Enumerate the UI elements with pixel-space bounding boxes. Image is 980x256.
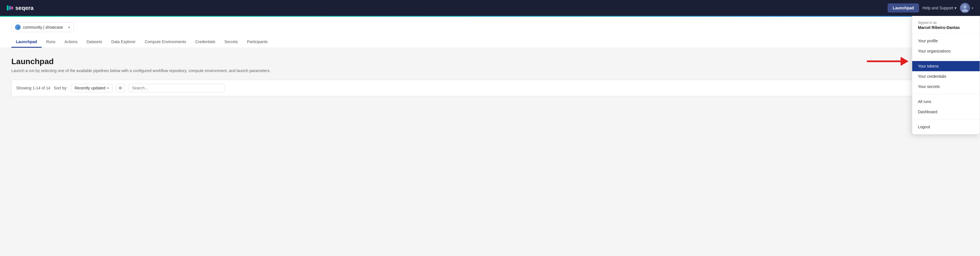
arrow-body (867, 61, 901, 62)
logo[interactable]: seqera (7, 5, 34, 11)
dropdown-item-your-profile[interactable]: Your profile (912, 36, 980, 46)
dropdown-section-logout: Logout (912, 120, 980, 134)
avatar-chevron: ▾ (972, 6, 973, 10)
filter-icon: ⚙ (119, 86, 122, 90)
your-tokens-label: Your tokens (918, 64, 939, 69)
tab-datasets[interactable]: Datasets (82, 37, 107, 48)
red-arrow-indicator (867, 57, 908, 66)
launchpad-toolbar: Showing 1-14 of 14 Sort by: Recently upd… (11, 80, 969, 96)
tab-secrets[interactable]: Secrets (220, 37, 242, 48)
workspace-bar: community | showcase ▾ Launchpad Runs Ac… (0, 17, 980, 48)
dropdown-item-logout[interactable]: Logout (912, 122, 980, 132)
showing-count: Showing 1-14 of 14 (16, 86, 51, 90)
dashboard-label: Dashboard (918, 110, 937, 114)
signed-in-as-label: Signed in as (918, 21, 974, 25)
dropdown-item-dashboard[interactable]: Dashboard (912, 107, 980, 117)
top-navigation: seqera Launchpad Help and Support ▾ ▾ (0, 0, 980, 16)
dropdown-section-runs: All runs Dashboard (912, 94, 980, 120)
tab-runs[interactable]: Runs (42, 37, 60, 48)
sort-label: Sort by: (54, 86, 67, 90)
your-credentials-label: Your credentials (918, 74, 946, 78)
brand-name: seqera (15, 5, 34, 11)
help-button[interactable]: Help and Support ▾ (923, 6, 956, 10)
all-runs-label: All runs (918, 99, 931, 104)
dropdown-item-all-runs[interactable]: All runs (912, 96, 980, 107)
filter-button[interactable]: ⚙ (116, 83, 125, 93)
tab-actions[interactable]: Actions (60, 37, 82, 48)
workspace-globe-icon (15, 24, 21, 30)
search-input[interactable] (129, 84, 225, 92)
dropdown-header: Signed in as Marcel Ribeiro-Dantas (912, 16, 980, 34)
dropdown-section-profile: Your profile Your organizations (912, 34, 980, 59)
tab-credentials[interactable]: Credentials (191, 37, 220, 48)
main-content: community | showcase ▾ Launchpad Runs Ac… (0, 17, 980, 256)
dropdown-item-your-credentials[interactable]: Your credentials (912, 71, 980, 82)
page-subtitle: Launch a run by selecting one of the ava… (11, 69, 969, 73)
avatar-image (961, 3, 969, 13)
svg-point-1 (962, 9, 968, 12)
sort-value: Recently updated (75, 86, 105, 90)
nav-tabs: Launchpad Runs Actions Datasets Data Exp… (11, 37, 969, 48)
logout-label: Logout (918, 125, 930, 129)
avatar-button[interactable] (960, 3, 970, 13)
workspace-chevron-icon: ▾ (68, 26, 70, 29)
sort-chevron: ▾ (107, 86, 109, 90)
sort-dropdown[interactable]: Recently updated ▾ (71, 84, 113, 92)
user-dropdown-menu: Signed in as Marcel Ribeiro-Dantas Your … (912, 16, 980, 134)
help-chevron: ▾ (955, 6, 956, 10)
dropdown-item-your-tokens[interactable]: Your tokens (912, 61, 980, 71)
logo-bar-1 (7, 5, 8, 11)
tab-data-explorer[interactable]: Data Explorer (107, 37, 140, 48)
workspace-name: community | showcase (23, 25, 63, 29)
your-secrets-label: Your secrets (918, 84, 940, 89)
logo-icon (7, 5, 13, 11)
dropdown-section-tokens: Your tokens Your credentials Your secret… (912, 59, 980, 94)
page-body: Launchpad Launch a run by selecting one … (0, 48, 980, 105)
logo-bar-2 (9, 6, 11, 10)
arrow-head (900, 57, 908, 66)
launchpad-button[interactable]: Launchpad (888, 3, 919, 13)
topnav-right: Launchpad Help and Support ▾ ▾ (888, 3, 973, 13)
logo-bar-3 (11, 6, 13, 10)
your-profile-label: Your profile (918, 38, 938, 43)
tab-launchpad[interactable]: Launchpad (11, 37, 42, 48)
dropdown-item-your-secrets[interactable]: Your secrets (912, 82, 980, 92)
signed-in-name: Marcel Ribeiro-Dantas (918, 25, 974, 30)
help-label: Help and Support (923, 6, 953, 10)
avatar-container[interactable]: ▾ (960, 3, 973, 13)
avatar-svg (961, 4, 969, 12)
tab-participants[interactable]: Participants (242, 37, 272, 48)
your-organizations-label: Your organizations (918, 49, 950, 53)
workspace-selector[interactable]: community | showcase ▾ (11, 22, 74, 32)
page-title: Launchpad (11, 57, 969, 66)
dropdown-item-your-organizations[interactable]: Your organizations (912, 46, 980, 56)
tab-compute-environments[interactable]: Compute Environments (140, 37, 191, 48)
svg-point-0 (963, 5, 967, 8)
